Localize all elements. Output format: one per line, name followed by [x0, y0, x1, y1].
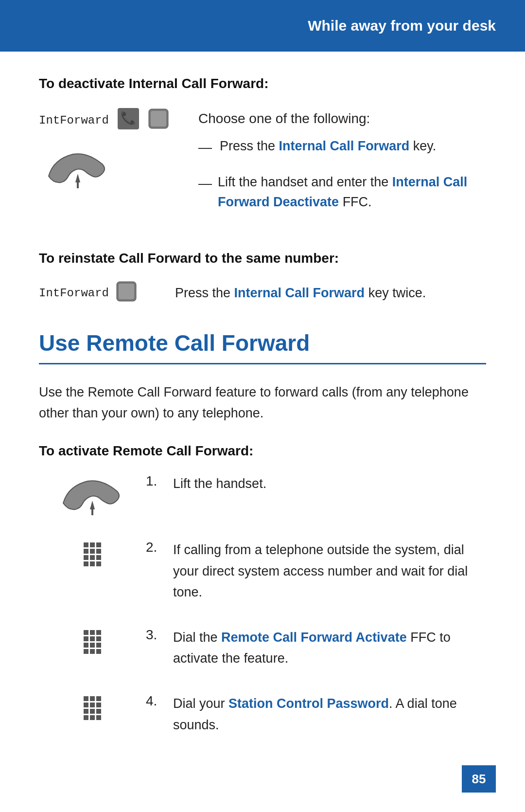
reinstate-intforward-label: IntForward	[39, 287, 109, 300]
activate-remote-heading: To activate Remote Call Forward:	[39, 443, 486, 459]
reinstate-icon-col: IntForward	[39, 281, 146, 306]
deactivate-bullets: — Press the Internal Call Forward key. —…	[198, 136, 486, 212]
keypad-icon-4	[84, 696, 101, 720]
step-2-text-col: 2. If calling from a telephone outside t…	[146, 540, 486, 603]
internal-call-forward-deactivate-link: Internal Call Forward Deactivate	[218, 175, 467, 209]
use-remote-intro: Use the Remote Call Forward feature to f…	[39, 382, 486, 424]
step-3-num: 3.	[146, 627, 163, 643]
step-4-num: 4.	[146, 693, 163, 709]
reinstate-layout: IntForward Press the Internal Call Forwa…	[39, 281, 486, 306]
deactivate-layout: IntForward 📞	[39, 106, 486, 226]
use-remote-title: Use Remote Call Forward	[39, 330, 486, 364]
deactivate-icons: IntForward 📞	[39, 106, 169, 192]
page-number: 85	[462, 765, 496, 793]
step-1-text: Lift the handset.	[173, 473, 266, 494]
activate-steps: 1. Lift the handset. 2. If calling fro	[39, 473, 486, 735]
reinstate-section: To reinstate Call Forward to the same nu…	[39, 251, 486, 306]
step-1-text-col: 1. Lift the handset.	[146, 473, 486, 494]
step-1: 1. Lift the handset.	[39, 473, 486, 515]
station-control-password-link: Station Control Password	[228, 696, 389, 711]
reinstate-heading: To reinstate Call Forward to the same nu…	[39, 251, 486, 266]
svg-text:📞: 📞	[121, 110, 137, 126]
page-number-text: 85	[472, 772, 486, 787]
bullet-text-2: Lift the handset and enter the Internal …	[218, 172, 486, 212]
svg-rect-3	[151, 111, 166, 126]
step-2: 2. If calling from a telephone outside t…	[39, 540, 486, 603]
step-1-icon	[39, 473, 146, 515]
step-3: 3. Dial the Remote Call Forward Activate…	[39, 627, 486, 669]
deactivate-right-col: Choose one of the following: — Press the…	[198, 106, 486, 226]
handset-icon: 📞	[116, 106, 141, 135]
keypad-icon-3	[84, 630, 101, 654]
step-2-icon	[39, 540, 146, 566]
header-bar: While away from your desk	[0, 0, 525, 52]
step-2-text: If calling from a telephone outside the …	[173, 540, 486, 603]
svg-rect-9	[91, 509, 93, 515]
bullet-item-1: — Press the Internal Call Forward key.	[198, 136, 486, 158]
bullet-item-2: — Lift the handset and enter the Interna…	[198, 172, 486, 212]
step-4: 4. Dial your Station Control Password. A…	[39, 693, 486, 735]
step-4-text: Dial your Station Control Password. A di…	[173, 693, 486, 735]
intforward-row: IntForward 📞	[39, 106, 169, 135]
step-3-text-col: 3. Dial the Remote Call Forward Activate…	[146, 627, 486, 669]
reinstate-text: Press the Internal Call Forward key twic…	[175, 283, 486, 303]
header-title: While away from your desk	[308, 18, 496, 34]
intforward-label: IntForward	[39, 114, 109, 127]
handset-lift-icon	[44, 149, 112, 192]
svg-marker-8	[90, 501, 95, 509]
deactivate-heading: To deactivate Internal Call Forward:	[39, 76, 486, 91]
reinstate-button-key-icon	[116, 281, 137, 306]
svg-marker-4	[75, 174, 80, 182]
dash-2: —	[198, 173, 210, 194]
step-3-icon	[39, 627, 146, 654]
svg-rect-7	[119, 284, 134, 299]
remote-call-forward-activate-link: Remote Call Forward Activate	[221, 630, 407, 645]
step-4-text-col: 4. Dial your Station Control Password. A…	[146, 693, 486, 735]
choose-text: Choose one of the following:	[198, 111, 486, 126]
step-2-num: 2.	[146, 540, 163, 555]
step-1-num: 1.	[146, 473, 163, 489]
main-content: To deactivate Internal Call Forward: Int…	[0, 52, 525, 799]
step-3-text: Dial the Remote Call Forward Activate FF…	[173, 627, 486, 669]
step-4-icon	[39, 693, 146, 720]
dash-1: —	[198, 137, 212, 158]
internal-call-forward-link-1: Internal Call Forward	[279, 139, 410, 153]
use-remote-section: Use Remote Call Forward Use the Remote C…	[39, 330, 486, 736]
internal-call-forward-link-2: Internal Call Forward	[234, 286, 365, 300]
keypad-icon-2	[84, 542, 101, 566]
svg-rect-5	[77, 182, 79, 188]
deactivate-section: To deactivate Internal Call Forward: Int…	[39, 76, 486, 226]
button-key-icon	[148, 108, 169, 133]
bullet-text-1: Press the Internal Call Forward key.	[220, 136, 436, 156]
